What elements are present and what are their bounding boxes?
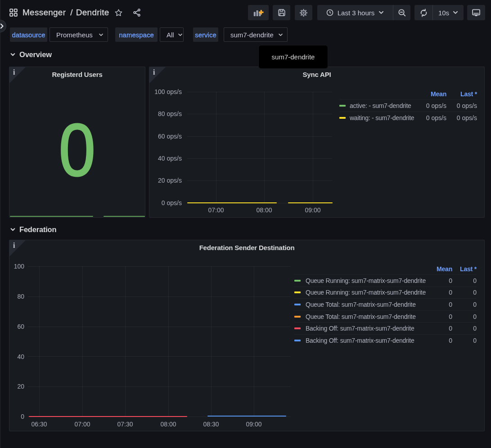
x-axis-tick: 07:30 <box>111 420 140 428</box>
series-color-swatch[interactable] <box>294 316 301 318</box>
series-line-waiting <box>187 202 277 204</box>
info-icon: i <box>13 242 15 249</box>
stat-sparkline-segment <box>104 216 145 217</box>
left-edge-divider <box>0 0 1 448</box>
series-color-swatch[interactable] <box>294 280 301 282</box>
chevron-down-icon <box>99 33 104 36</box>
chevron-down-icon <box>178 33 183 36</box>
legend-series-label[interactable]: active: - sum7-dendrite <box>350 102 414 109</box>
series-color-swatch[interactable] <box>294 304 301 305</box>
tooltip-text: sum7-dendrite <box>272 53 315 61</box>
legend-last-header[interactable]: Last * <box>446 90 477 98</box>
y-axis-tick: 40 <box>9 353 24 361</box>
gridline <box>187 136 332 137</box>
series-line-backing-off <box>29 416 187 417</box>
zoom-out-time-button[interactable] <box>393 5 410 20</box>
breadcrumb: Messenger/Dendrite <box>9 0 141 25</box>
series-color-swatch[interactable] <box>339 105 346 107</box>
panel-title-federation-sender[interactable]: Federation Sender Destination <box>27 244 466 251</box>
y-axis-tick: 20 ops/s <box>149 176 182 184</box>
share-dashboard-button[interactable] <box>133 9 141 17</box>
time-range-picker[interactable]: Last 3 hours <box>317 5 393 20</box>
panel-info-corner[interactable] <box>149 67 166 83</box>
series-color-swatch[interactable] <box>339 117 346 119</box>
variable-select-service[interactable]: sum7-dendrite <box>224 27 288 42</box>
star-dashboard-button[interactable] <box>114 9 123 17</box>
panel-title-sync-api[interactable]: Sync API <box>167 71 466 78</box>
legend-series-label[interactable]: Queue Running: sum7-matrix-sum7-dendrite <box>306 289 432 296</box>
y-axis-tick: 0 ops/s <box>149 199 182 207</box>
legend-mean-value: 0 <box>432 313 452 320</box>
gridline <box>313 92 313 203</box>
series-color-swatch[interactable] <box>294 327 301 329</box>
variable-label-namespace[interactable]: namespace <box>115 27 158 42</box>
x-axis-tick: 07:00 <box>68 420 97 428</box>
gridline <box>27 266 291 267</box>
variable-label-datasource[interactable]: datasource <box>10 27 47 42</box>
variables-row: datasource Prometheus namespace All serv… <box>0 27 491 42</box>
legend-mean-value: 0 <box>432 325 452 332</box>
refresh-dashboard-button[interactable] <box>414 5 432 20</box>
legend-mean-value: 0 <box>432 289 452 296</box>
stat-sparkline-segment <box>10 216 93 217</box>
y-axis-tick: 60 ops/s <box>149 132 182 140</box>
legend-mean-value: 0 ops/s <box>414 102 446 109</box>
panel-sync-api: i Sync API 100 ops/s 80 ops/s 60 ops/s 4… <box>149 67 485 218</box>
legend-series-label[interactable]: Queue Total: sum7-matrix-sum7-dendrite <box>306 313 432 320</box>
cycle-view-mode-button[interactable] <box>467 5 485 20</box>
panel-title-registered-users[interactable]: Registerd Users <box>27 71 127 78</box>
section-header-federation[interactable]: Federation <box>10 224 56 235</box>
legend-last-value: 0 <box>452 337 477 344</box>
panel-info-corner[interactable] <box>9 240 26 256</box>
legend-last-value: 0 <box>452 289 477 296</box>
variable-select-datasource[interactable]: Prometheus <box>50 27 108 42</box>
legend-series-label[interactable]: waiting: - sum7-dendrite <box>350 114 414 121</box>
chevron-down-icon <box>278 33 283 36</box>
legend-series-label[interactable]: Queue Running: sum7-matrix-sum7-dendrite <box>306 277 432 284</box>
variable-select-namespace[interactable]: All <box>160 27 184 42</box>
legend-mean-header[interactable]: Mean <box>432 265 452 273</box>
legend-last-value: 0 <box>452 277 477 284</box>
dashboard-settings-button[interactable] <box>295 5 312 20</box>
breadcrumb-dashboard[interactable]: Dendrite <box>76 8 109 17</box>
chevron-right-icon <box>0 23 4 29</box>
panel-info-corner[interactable] <box>9 67 26 83</box>
legend-row: waiting: - sum7-dendrite 0 ops/s 0 ops/s <box>339 112 477 124</box>
legend-mean-value: 0 <box>432 337 452 344</box>
legend-mean-header[interactable]: Mean <box>414 90 446 98</box>
legend-mean-value: 0 ops/s <box>414 114 446 121</box>
breadcrumb-folder[interactable]: Messenger <box>23 8 66 17</box>
chevron-down-icon <box>453 11 458 14</box>
save-dashboard-button[interactable] <box>273 5 290 20</box>
share-alt-icon <box>133 9 141 17</box>
section-header-overview[interactable]: Overview <box>10 49 52 60</box>
variable-tooltip: sum7-dendrite <box>258 45 328 69</box>
gridline <box>27 296 291 297</box>
legend: Mean Last * active: - sum7-dendrite 0 op… <box>339 89 477 124</box>
legend-header: Mean Last * <box>294 263 477 274</box>
legend-row: Backing Off: sum7-matrix-sum7-dendrite 0… <box>294 334 477 346</box>
refresh-icon <box>419 9 428 17</box>
settings-gear-icon <box>299 9 308 17</box>
top-navbar: Messenger/Dendrite <box>0 0 491 25</box>
variable-value-service: sum7-dendrite <box>230 31 274 39</box>
series-color-swatch[interactable] <box>294 340 301 341</box>
gridline <box>264 92 265 203</box>
legend-series-label[interactable]: Backing Off: sum7-matrix-sum7-dendrite <box>306 325 432 332</box>
legend-last-header[interactable]: Last * <box>452 265 477 273</box>
legend-series-label[interactable]: Backing Off: sum7-matrix-sum7-dendrite <box>306 337 432 344</box>
refresh-group: 10s <box>414 5 464 20</box>
gridline <box>27 356 291 357</box>
series-color-swatch[interactable] <box>294 291 301 293</box>
gridline <box>211 266 212 417</box>
y-axis-tick: 0 <box>9 412 24 421</box>
apps-grid-icon[interactable] <box>9 9 18 17</box>
refresh-interval-picker[interactable]: 10s <box>432 5 464 20</box>
add-panel-button[interactable] <box>248 5 269 20</box>
legend-series-label[interactable]: Queue Total: sum7-matrix-sum7-dendrite <box>306 301 432 308</box>
chevron-down-icon <box>10 52 16 58</box>
y-axis-tick: 100 <box>9 262 24 270</box>
refresh-interval-label: 10s <box>438 9 449 17</box>
variable-label-service[interactable]: service <box>193 27 218 42</box>
section-title-overview: Overview <box>19 50 52 59</box>
